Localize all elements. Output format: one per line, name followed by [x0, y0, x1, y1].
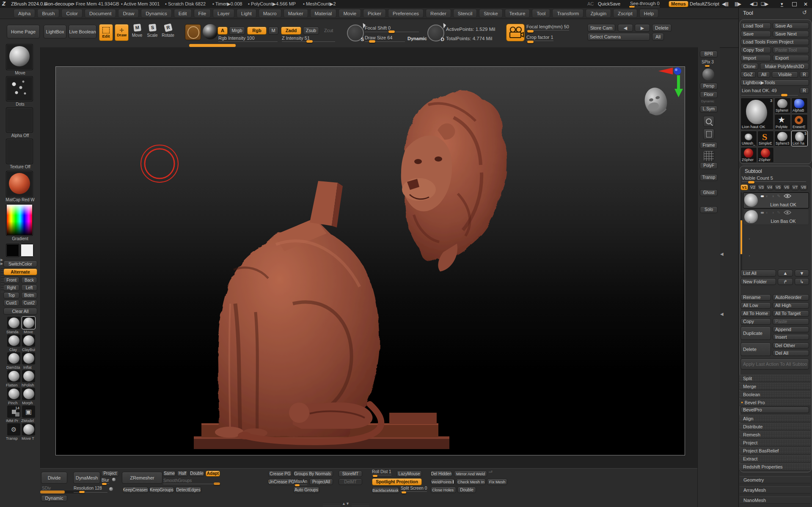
- move-mode-button[interactable]: M Move: [131, 24, 143, 38]
- tool-thumb-eraser[interactable]: EraserE: [791, 114, 808, 130]
- insert-button[interactable]: Insert: [773, 334, 809, 340]
- tool-thumb-zsphere1[interactable]: ZSpher: [740, 147, 757, 163]
- clear-all-button[interactable]: Clear All: [3, 308, 37, 315]
- rgb-intensity-track[interactable]: [218, 41, 278, 42]
- vtab-v6[interactable]: V6: [783, 184, 790, 190]
- double-sided-button[interactable]: Double: [457, 487, 476, 493]
- stroke-type-thumb[interactable]: [6, 76, 33, 101]
- half-button[interactable]: Half: [177, 471, 188, 477]
- draw-pointer-icon[interactable]: D: [427, 25, 444, 41]
- displacement-icon[interactable]: ◑: [771, 194, 774, 198]
- spix-handle[interactable]: [705, 65, 710, 67]
- shelf-drag-strip[interactable]: [323, 503, 341, 506]
- sdiv-slider-label[interactable]: SDiv: [42, 486, 51, 491]
- shelf-drag-strip[interactable]: [352, 503, 369, 506]
- scale-mode-button[interactable]: S Scale: [146, 24, 158, 38]
- nav-bottom-button[interactable]: Botm: [21, 292, 37, 299]
- double-button[interactable]: Double: [189, 471, 204, 477]
- paint-icon[interactable]: ✎: [777, 210, 780, 215]
- edit-mode-button[interactable]: Edit: [99, 24, 113, 41]
- tool-thumb-sphereindex[interactable]: SphereI: [774, 98, 791, 113]
- subtool-empty-slot[interactable]: [749, 222, 750, 222]
- brush-zmodeler[interactable]: ▣: [22, 406, 35, 418]
- current-material-sphere[interactable]: [203, 24, 218, 39]
- groups-by-normals-button[interactable]: Groups By Normals: [293, 471, 333, 477]
- storemt-button[interactable]: StoreMT: [339, 471, 362, 477]
- close-icon[interactable]: ✕: [804, 2, 808, 7]
- see-through-handle[interactable]: [629, 6, 635, 8]
- transparency-button[interactable]: Transp: [700, 174, 718, 181]
- active-tool-track[interactable]: [741, 95, 798, 96]
- frame-button[interactable]: Frame: [700, 142, 718, 149]
- smoothgroups-slider[interactable]: SmoothGroups: [163, 479, 192, 483]
- right-tray-toggle-icon[interactable]: ||||▶: [735, 2, 741, 6]
- bpr-button[interactable]: BPR: [700, 51, 718, 58]
- menu-stencil[interactable]: Stencil: [453, 9, 477, 18]
- z-intensity-handle[interactable]: [306, 40, 313, 43]
- tool-thumb-umesh[interactable]: UMesh_: [740, 131, 757, 146]
- restore-config-icon[interactable]: ↺: [802, 9, 807, 16]
- left-tray-toggle-icon[interactable]: ◀||||: [722, 2, 728, 6]
- backfacemask-button[interactable]: BackfaceMask: [372, 487, 399, 493]
- tool-palette-title[interactable]: Tool: [743, 10, 753, 16]
- zcut-button[interactable]: Zcut: [324, 28, 333, 33]
- brush-hpolish[interactable]: [22, 370, 35, 382]
- subtool-up-button[interactable]: ▲: [778, 270, 793, 277]
- alternate-button[interactable]: Alternate: [3, 269, 37, 275]
- mrgb-button[interactable]: Mrgb: [229, 27, 245, 35]
- menu-macro[interactable]: Macro: [259, 9, 281, 18]
- focal-shift-slider[interactable]: Focal Shift 0: [365, 26, 391, 30]
- focal-length-handle[interactable]: [527, 30, 534, 33]
- dynamic-subdiv-button[interactable]: Dynamic: [41, 495, 67, 502]
- divide-button[interactable]: Divide: [41, 472, 67, 484]
- prev-cam-button[interactable]: ◀: [618, 24, 633, 32]
- menu-color[interactable]: Color: [61, 9, 82, 18]
- switch-color-button[interactable]: SwitchColor: [3, 260, 37, 267]
- subtool-empty-slot[interactable]: [749, 238, 750, 239]
- section-remesh[interactable]: Remesh: [739, 431, 811, 438]
- menu-help[interactable]: Help: [639, 9, 659, 18]
- section-redshift-properties[interactable]: Redshift Properties: [739, 463, 811, 470]
- menu-material[interactable]: Material: [310, 9, 337, 18]
- right-tray-collapse-icon[interactable]: ◀: [720, 252, 724, 256]
- actual-size-icon[interactable]: [703, 129, 714, 140]
- texture-thumb[interactable]: [6, 139, 33, 164]
- rgb-intensity-handle[interactable]: [189, 44, 236, 47]
- zsub-button[interactable]: Zsub: [303, 27, 319, 35]
- select-camera-button[interactable]: Select Camera: [587, 33, 650, 41]
- vtab-v3[interactable]: V3: [757, 184, 765, 190]
- visible-count-handle[interactable]: [748, 181, 754, 184]
- z-intensity-slider[interactable]: Z Intensity 51: [282, 36, 310, 41]
- save-as-button[interactable]: Save As: [773, 23, 809, 29]
- tool-thumb-polymesh-star[interactable]: ★ PolyMe: [774, 114, 791, 130]
- menu-layer[interactable]: Layer: [213, 9, 234, 18]
- live-boolean-button[interactable]: Live Boolean: [69, 25, 96, 38]
- prev-doc-icon[interactable]: ◀❏: [750, 2, 757, 6]
- menu-zscript[interactable]: Zscript: [613, 9, 637, 18]
- spotlight-projection-button[interactable]: Spotlight Projection: [372, 478, 422, 485]
- menu-texture[interactable]: Texture: [505, 9, 530, 18]
- menus-toggle-button[interactable]: Menus: [669, 1, 688, 7]
- draw-size-slider[interactable]: Draw Size 64: [365, 36, 392, 40]
- vtab-v8[interactable]: V8: [800, 184, 807, 190]
- draw-size-handle[interactable]: [369, 40, 375, 43]
- fix-mesh-button[interactable]: Fix Mesh: [487, 479, 507, 485]
- uv-icon[interactable]: ◐: [766, 210, 768, 215]
- active-tool-slider[interactable]: Lion haut OK. 49: [742, 88, 777, 93]
- check-mesh-button[interactable]: Check Mesh In: [456, 479, 486, 485]
- nav-cust2-button[interactable]: Cust2: [21, 300, 37, 306]
- save-button[interactable]: Save: [740, 31, 771, 37]
- delete-subtool-button[interactable]: Delete: [740, 343, 771, 356]
- uv-icon[interactable]: ◐: [766, 194, 768, 198]
- move-out-folder-button[interactable]: ↱: [778, 278, 793, 285]
- displacement-icon[interactable]: ◑: [771, 210, 774, 215]
- current-tool-thumb[interactable]: 3 Lion haut OK: [740, 98, 773, 130]
- next-doc-icon[interactable]: ❏▶: [761, 2, 768, 6]
- goz-button[interactable]: GoZ: [740, 71, 756, 78]
- section-arraymesh[interactable]: ArrayMesh: [740, 486, 811, 493]
- del-other-button[interactable]: Del Other: [773, 343, 809, 348]
- section-project[interactable]: Project: [739, 439, 811, 446]
- subtool-title[interactable]: Subtool: [745, 169, 762, 174]
- section-extract[interactable]: Extract: [739, 455, 811, 462]
- brush-move[interactable]: [22, 317, 35, 329]
